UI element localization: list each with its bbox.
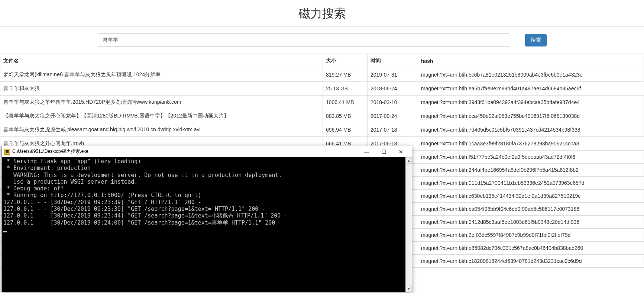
cell-name: 喜羊羊和灰太狼 xyxy=(0,82,323,96)
cell-hash: magnet:?xt=urn:btih:39d3f61be094392a4f39… xyxy=(418,96,644,109)
cell-time: 2017-07-18 xyxy=(368,123,418,137)
console-output[interactable]: * Serving Flask app "app" (lazy loading)… xyxy=(2,157,412,292)
table-row: 【喜羊羊与灰太狼之开心闯龙年】【高清1280版BD-RMVB.国语中字】【201… xyxy=(0,109,644,123)
cell-hash: magnet:?xt=urn:btih:ba054f98bb9f04c6dd0f… xyxy=(418,203,644,216)
cell-time: 2018-03-10 xyxy=(368,96,418,109)
cell-hash: magnet:?xt=urn:btih:c18289818244ef639487… xyxy=(418,255,644,268)
console-app-icon xyxy=(4,149,10,155)
cell-hash: magnet:?xt=urn:btih:011d15a2700411b1eb53… xyxy=(418,177,644,190)
cell-name: 喜羊羊与灰太狼之虎虎生威.pleasant.goat.and.big.big.w… xyxy=(0,123,323,137)
scroll-down-icon[interactable]: ▼ xyxy=(406,286,412,292)
cell-hash: magnet:?xt=urn:btih:e85082dc706c331c567a… xyxy=(418,242,644,255)
cell-time: 2017-09-24 xyxy=(368,109,418,123)
console-cursor xyxy=(3,231,7,232)
cell-hash: magnet:?xt=urn:btih:f51777bc3a24b0ef2a9f… xyxy=(418,151,644,164)
console-scrollbar[interactable]: ▲ ▼ xyxy=(405,157,412,292)
page-header: 磁力搜索 xyxy=(0,0,644,27)
cell-hash: magnet:?xt=urn:btih:9412d85c3aaf5ee1003d… xyxy=(418,216,644,229)
maximize-button[interactable]: ☐ xyxy=(375,146,392,157)
table-row: 喜羊羊和灰太狼25.13 GB2018-06-24magnet:?xt=urn:… xyxy=(0,82,644,96)
cell-size: 1006.41 MB xyxy=(323,96,368,109)
cell-size: 696.94 MB xyxy=(323,123,368,137)
col-header-size: 大小 xyxy=(323,54,368,68)
cell-name: 【喜羊羊与灰太狼之开心闯龙年】【高清1280版BD-RMVB.国语中字】【201… xyxy=(0,109,323,123)
search-button[interactable]: 搜索 xyxy=(525,34,547,46)
search-input[interactable] xyxy=(98,33,510,47)
cell-hash: magnet:?xt=urn:btih:c630eb135c414434f32d… xyxy=(418,190,644,203)
console-titlebar[interactable]: C:\Users\89511\Desktop\磁力搜索.exe — ☐ ✕ xyxy=(2,146,412,157)
col-header-time: 时间 xyxy=(368,54,418,68)
scroll-up-icon[interactable]: ▲ xyxy=(406,157,412,164)
col-header-hash: hash xyxy=(418,54,644,68)
col-header-filename: 文件名 xyxy=(0,54,323,68)
window-control-buttons: — ☐ ✕ xyxy=(358,146,410,157)
cell-hash: magnet:?xt=urn:btih:2ef03dc5597f84987c9b… xyxy=(418,229,644,242)
cell-name: 喜羊羊与灰太狼之羊年喜羊羊.2015.HD720P更多高清访问www.kanpi… xyxy=(0,96,323,109)
cell-hash: magnet:?xt=urn:btih:5c6b7a81e0213251b800… xyxy=(418,68,644,82)
console-window[interactable]: C:\Users\89511\Desktop\磁力搜索.exe — ☐ ✕ * … xyxy=(1,146,412,292)
console-title: C:\Users\89511\Desktop\磁力搜索.exe xyxy=(12,148,358,155)
table-row: 梦幻天堂龙网(killman.net).喜羊羊与灰太狼之兔年顶呱呱.1024分辨… xyxy=(0,68,644,82)
cell-size: 25.13 GB xyxy=(323,82,368,96)
cell-hash: magnet:?xt=urn:btih:1caa3e3f99f28180fa73… xyxy=(418,137,644,151)
cell-time: 2019-07-31 xyxy=(368,68,418,82)
table-row: 喜羊羊与灰太狼之虎虎生威.pleasant.goat.and.big.big.w… xyxy=(0,123,644,137)
cell-time: 2018-06-24 xyxy=(368,82,418,96)
cell-hash: magnet:?xt=urn:btih:ea5b7fae3e2c99bd401a… xyxy=(418,82,644,96)
cell-hash: magnet:?xt=urn:btih:244af4be166954a8def0… xyxy=(418,164,644,177)
cell-size: 819.27 MB xyxy=(323,68,368,82)
table-header-row: 文件名 大小 时间 hash xyxy=(0,54,644,68)
minimize-button[interactable]: — xyxy=(358,146,375,157)
cell-hash: magnet:?xt=urn:btih:7d405d5c01c5bf570391… xyxy=(418,123,644,137)
cell-hash: magnet:?xt=urn:btih:eca450e02af083e755be… xyxy=(418,109,644,123)
search-bar: 搜索 xyxy=(0,27,644,54)
table-row: 喜羊羊与灰太狼之羊年喜羊羊.2015.HD720P更多高清访问www.kanpi… xyxy=(0,96,644,109)
page-title: 磁力搜索 xyxy=(0,6,644,22)
close-button[interactable]: ✕ xyxy=(392,146,410,157)
cell-size: 883.85 MB xyxy=(323,109,368,123)
cell-name: 梦幻天堂龙网(killman.net).喜羊羊与灰太狼之兔年顶呱呱.1024分辨… xyxy=(0,68,323,82)
